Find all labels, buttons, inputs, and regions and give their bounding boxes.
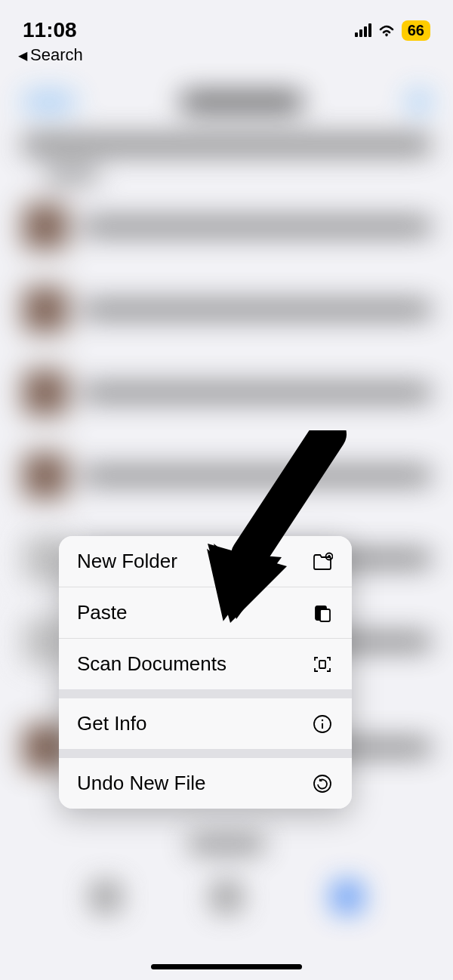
- menu-item-get-info[interactable]: Get Info: [59, 698, 352, 749]
- menu-label: Get Info: [77, 712, 147, 735]
- paste-icon: [311, 602, 334, 624]
- battery-indicator: 66: [402, 20, 430, 41]
- menu-label: New Folder: [77, 550, 177, 573]
- back-label: Search: [30, 45, 83, 65]
- back-to-search[interactable]: ◀ Search: [18, 45, 83, 65]
- blurred-background: [0, 68, 453, 980]
- svg-point-0: [385, 33, 388, 36]
- wifi-icon: [378, 23, 396, 37]
- status-indicators: 66: [355, 20, 430, 41]
- menu-item-undo[interactable]: Undo New File: [59, 758, 352, 809]
- menu-item-scan-documents[interactable]: Scan Documents: [59, 639, 352, 689]
- svg-point-6: [322, 719, 323, 720]
- svg-rect-4: [319, 661, 325, 668]
- back-arrow-icon: ◀: [18, 48, 27, 63]
- svg-rect-3: [320, 609, 330, 621]
- folder-plus-icon: [311, 550, 334, 573]
- menu-label: Undo New File: [77, 772, 206, 795]
- cellular-icon: [355, 23, 371, 37]
- home-indicator[interactable]: [151, 964, 302, 969]
- status-time: 11:08: [23, 18, 77, 42]
- undo-icon: [311, 772, 334, 795]
- context-menu: New Folder Paste Scan Documents Get Info: [59, 536, 352, 809]
- svg-point-7: [314, 775, 331, 792]
- menu-label: Paste: [77, 601, 128, 624]
- menu-item-new-folder[interactable]: New Folder: [59, 536, 352, 587]
- menu-item-paste[interactable]: Paste: [59, 587, 352, 639]
- info-icon: [311, 713, 334, 735]
- scan-icon: [311, 653, 334, 676]
- menu-label: Scan Documents: [77, 652, 226, 676]
